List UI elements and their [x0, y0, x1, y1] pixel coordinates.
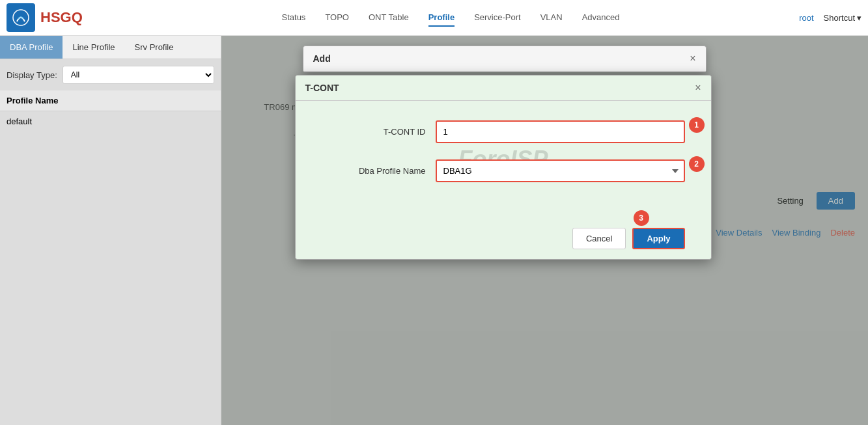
content-area: DBA Profile Line Profile Srv Profile Dis…	[0, 36, 868, 425]
top-navigation: HSGQ Status TOPO ONT Table Profile Servi…	[0, 0, 868, 36]
profile-name-header: Profile Name	[0, 90, 221, 111]
nav-shortcut[interactable]: Shortcut ▾	[824, 13, 861, 23]
tcont-modal: T-CONT × ForoISP T-CONT ID 1 Dba Profile…	[295, 75, 712, 260]
filter-label: Display Type:	[7, 70, 57, 80]
tcont-modal-title: T-CONT	[305, 83, 339, 93]
nav-user: root	[799, 13, 813, 23]
tcont-id-label: T-CONT ID	[322, 127, 426, 137]
table-row[interactable]: default	[0, 111, 221, 132]
tab-bar: DBA Profile Line Profile Srv Profile	[0, 36, 221, 59]
tcont-id-input[interactable]	[436, 120, 685, 143]
chevron-down-icon: ▾	[857, 13, 861, 23]
badge-1: 1	[689, 117, 705, 133]
nav-status[interactable]: Status	[282, 9, 306, 27]
nav-topo[interactable]: TOPO	[325, 9, 349, 27]
tcont-modal-header: T-CONT ×	[296, 75, 711, 101]
display-type-select[interactable]: All	[63, 66, 214, 84]
tcont-modal-footer: 3 Cancel Apply	[296, 218, 711, 259]
dba-profile-row: Dba Profile Name DBA1G 2	[322, 159, 685, 182]
tcont-modal-body: ForoISP T-CONT ID 1 Dba Profile Name DBA…	[296, 101, 711, 218]
dba-profile-label: Dba Profile Name	[322, 166, 426, 176]
tab-srv-profile[interactable]: Srv Profile	[125, 36, 184, 59]
add-modal-outer: Add ×	[303, 46, 707, 72]
logo-text: HSGQ	[40, 9, 83, 26]
filter-row: Display Type: All	[0, 59, 221, 90]
nav-profile[interactable]: Profile	[428, 9, 455, 27]
badge-3: 3	[634, 210, 649, 226]
logo-area: HSGQ	[7, 3, 83, 32]
tcont-id-row: T-CONT ID 1	[322, 120, 685, 143]
tcont-modal-close-button[interactable]: ×	[695, 82, 701, 94]
apply-button[interactable]: Apply	[632, 228, 684, 249]
nav-vlan[interactable]: VLAN	[540, 9, 563, 27]
badge-2: 2	[689, 156, 705, 172]
nav-service-port[interactable]: Service-Port	[474, 9, 521, 27]
add-modal-title: Add	[313, 53, 331, 64]
nav-advanced[interactable]: Advanced	[582, 9, 620, 27]
main-content: Setting Add View Details View Binding De…	[221, 36, 868, 425]
tab-line-profile[interactable]: Line Profile	[63, 36, 124, 59]
tab-dba-profile[interactable]: DBA Profile	[0, 36, 63, 59]
dba-profile-select[interactable]: DBA1G	[436, 159, 685, 182]
nav-right: root Shortcut ▾	[799, 13, 861, 23]
cancel-button[interactable]: Cancel	[572, 228, 626, 249]
left-sidebar: DBA Profile Line Profile Srv Profile Dis…	[0, 36, 221, 425]
logo-icon	[7, 3, 35, 32]
nav-links: Status TOPO ONT Table Profile Service-Po…	[102, 9, 799, 27]
add-modal-header: Add ×	[303, 46, 706, 72]
nav-ont-table[interactable]: ONT Table	[369, 9, 409, 27]
add-modal-close-button[interactable]: ×	[690, 53, 695, 64]
